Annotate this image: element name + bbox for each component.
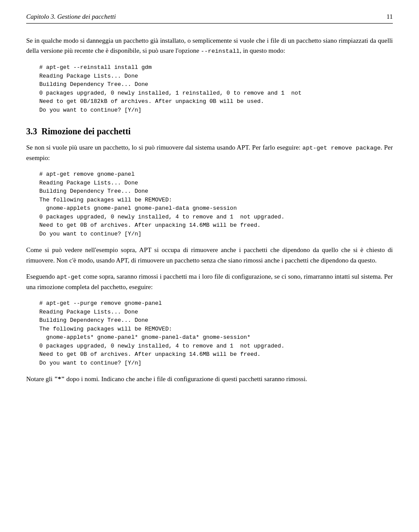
intro-text-end: , in questo modo: — [240, 47, 285, 54]
note-start: Notare gli — [26, 375, 54, 382]
removal-code-inline: apt-get remove package — [302, 145, 381, 151]
section-number: 3.3 — [26, 126, 37, 136]
code-block-remove: # apt-get remove gnome-panel Reading Pac… — [39, 170, 393, 238]
section-title: Rimozione dei pacchetti — [41, 126, 131, 136]
code-block-reinstall: # apt-get --reinstall install gdm Readin… — [39, 63, 393, 114]
chapter-title: Capitolo 3. Gestione dei pacchetti — [26, 13, 116, 20]
note-mid: dopo i nomi. Indicano che anche i file d… — [65, 375, 307, 382]
removal-3-start: Eseguendo — [26, 273, 57, 280]
intro-code: --reinstall — [201, 48, 240, 55]
page-number: 11 — [387, 13, 393, 20]
removal-text-start: Se non si vuole più usare un pacchetto, … — [26, 144, 302, 151]
page: Capitolo 3. Gestione dei pacchetti 11 Se… — [0, 0, 419, 532]
note-bold: "*" — [54, 375, 65, 382]
removal-3-code: apt-get — [57, 274, 82, 280]
removal-3-end: come sopra, saranno rimossi i pacchetti … — [26, 273, 393, 290]
note-paragraph: Notare gli "*" dopo i nomi. Indicano che… — [26, 374, 393, 384]
intro-paragraph: Se in qualche modo si danneggia un pacch… — [26, 36, 393, 56]
removal-paragraph-1: Se non si vuole più usare un pacchetto, … — [26, 143, 393, 163]
section-3-3-heading: 3.3 Rimozione dei pacchetti — [26, 126, 393, 136]
removal-paragraph-2: Come si può vedere nell'esempio sopra, A… — [26, 245, 393, 266]
page-header: Capitolo 3. Gestione dei pacchetti 11 — [26, 13, 393, 24]
removal-paragraph-3: Eseguendo apt-get come sopra, saranno ri… — [26, 272, 393, 292]
code-block-purge: # apt-get --purge remove gnome-panel Rea… — [39, 299, 393, 367]
